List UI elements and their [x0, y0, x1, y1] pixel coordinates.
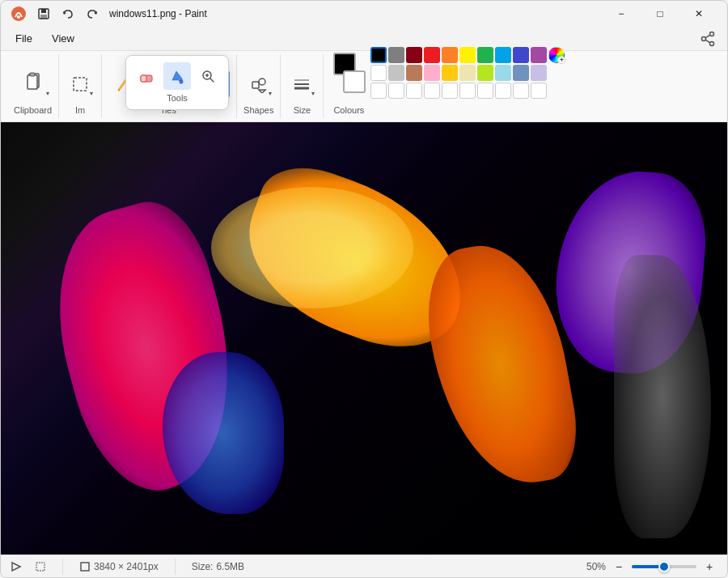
colour-indigo[interactable]: [513, 47, 529, 63]
redo-button[interactable]: [82, 3, 103, 24]
svg-rect-18: [252, 82, 259, 88]
colour-empty-7[interactable]: [477, 83, 493, 99]
svg-line-28: [210, 79, 214, 82]
colour-cream[interactable]: [459, 65, 476, 81]
svg-rect-13: [74, 78, 87, 91]
selection-icon: [35, 561, 46, 572]
save-button[interactable]: [33, 3, 54, 24]
colour-dark-gray[interactable]: [388, 47, 404, 63]
canvas-image[interactable]: [1, 122, 727, 555]
zoom-control: 50% − +: [586, 559, 717, 575]
minimize-button[interactable]: −: [603, 1, 640, 27]
colour-brown[interactable]: [406, 65, 422, 81]
colour-empty-10[interactable]: [531, 83, 547, 99]
toolbar-clipboard-section: ▾ Clipboard: [7, 54, 59, 118]
svg-rect-4: [40, 15, 47, 19]
clipboard-button[interactable]: ▾: [15, 63, 51, 99]
svg-point-7: [702, 36, 706, 40]
dimensions-value: 3840 × 2401px: [94, 561, 159, 572]
colour-steel-blue[interactable]: [513, 65, 529, 81]
background-colour[interactable]: [343, 70, 366, 93]
colour-row-3: [370, 83, 565, 99]
window-title: windows11.png - Paint: [109, 8, 207, 19]
size-tools: ▾: [287, 70, 316, 99]
zoom-slider-thumb[interactable]: [658, 561, 670, 572]
svg-rect-32: [36, 563, 44, 571]
canvas-area[interactable]: [1, 122, 727, 555]
shapes-tools: ▾: [244, 70, 273, 99]
colour-purple[interactable]: [531, 47, 547, 63]
colour-gold[interactable]: [442, 65, 458, 81]
arrow-icon: [11, 561, 22, 572]
menu-item-file[interactable]: File: [7, 29, 40, 48]
colour-yellow[interactable]: [459, 47, 476, 63]
svg-rect-33: [81, 563, 89, 571]
colour-blue[interactable]: [495, 47, 511, 63]
colour-black[interactable]: [370, 47, 387, 63]
title-bar: windows11.png - Paint − □ ✕: [1, 1, 727, 27]
quick-access-toolbar: [33, 3, 103, 24]
undo-button[interactable]: [57, 3, 78, 24]
art-element-blue: [163, 352, 284, 514]
svg-marker-31: [12, 563, 20, 571]
svg-rect-3: [41, 9, 46, 13]
colour-orange[interactable]: [442, 47, 458, 63]
colour-selector: +: [333, 47, 565, 99]
image-label: Im: [75, 105, 85, 115]
status-divider-1: [62, 559, 63, 575]
colour-red[interactable]: [424, 47, 440, 63]
rainbow-picker[interactable]: +: [548, 47, 565, 63]
share-button[interactable]: [695, 28, 721, 50]
eraser-tool-button[interactable]: [133, 62, 160, 90]
colour-empty-4[interactable]: [424, 83, 440, 99]
zoom-value: 50%: [586, 561, 606, 572]
status-divider-2: [175, 559, 176, 575]
colour-empty-6[interactable]: [459, 83, 476, 99]
size-arrow: ▾: [311, 90, 315, 97]
colour-dark-red[interactable]: [406, 47, 422, 63]
menu-item-view[interactable]: View: [44, 29, 83, 48]
colour-pink[interactable]: [424, 65, 440, 81]
tools-popup-row: [133, 62, 222, 90]
select-rect-button[interactable]: ▾: [66, 70, 95, 99]
status-arrow: [11, 561, 22, 572]
dimensions-icon: [79, 561, 91, 572]
colour-empty-8[interactable]: [495, 83, 511, 99]
svg-rect-25: [141, 75, 146, 82]
zoom-out-button[interactable]: −: [611, 559, 627, 575]
colour-empty-9[interactable]: [513, 83, 529, 99]
art-element-yellow-glow: [211, 187, 413, 308]
svg-rect-12: [30, 73, 35, 76]
colour-swatches: +: [370, 47, 565, 99]
colour-green[interactable]: [477, 47, 493, 63]
select-rect-arrow: ▾: [90, 90, 93, 97]
colour-lavender[interactable]: [531, 65, 547, 81]
colour-empty-1[interactable]: [370, 83, 387, 99]
shapes-button[interactable]: ▾: [244, 70, 273, 99]
colour-empty-2[interactable]: [388, 83, 404, 99]
colour-empty-3[interactable]: [406, 83, 422, 99]
tools-popup-label: Tools: [133, 93, 222, 103]
status-dimensions: 3840 × 2401px: [79, 561, 159, 572]
colour-light-gray[interactable]: [388, 65, 404, 81]
active-colours: [333, 53, 366, 93]
size-button[interactable]: ▾: [287, 70, 316, 99]
close-button[interactable]: ✕: [680, 1, 717, 27]
svg-marker-20: [259, 90, 265, 93]
maximize-button[interactable]: □: [641, 1, 679, 27]
svg-point-26: [180, 80, 183, 83]
colour-empty-5[interactable]: [442, 83, 458, 99]
clipboard-tools: ▾: [15, 63, 51, 99]
zoom-tool-button[interactable]: [194, 62, 222, 90]
zoom-slider[interactable]: [632, 565, 696, 568]
colour-white[interactable]: [370, 65, 387, 81]
zoom-in-button[interactable]: +: [701, 559, 717, 575]
fill-tool-button[interactable]: [163, 62, 191, 90]
title-bar-left: windows11.png - Paint: [11, 3, 207, 24]
svg-point-6: [710, 41, 714, 45]
colour-lime[interactable]: [477, 65, 493, 81]
colour-sky-blue[interactable]: [495, 65, 511, 81]
svg-line-8: [705, 35, 710, 38]
toolbar-image-section: ▾ Im: [59, 54, 102, 118]
image-tools: ▾: [66, 70, 95, 99]
